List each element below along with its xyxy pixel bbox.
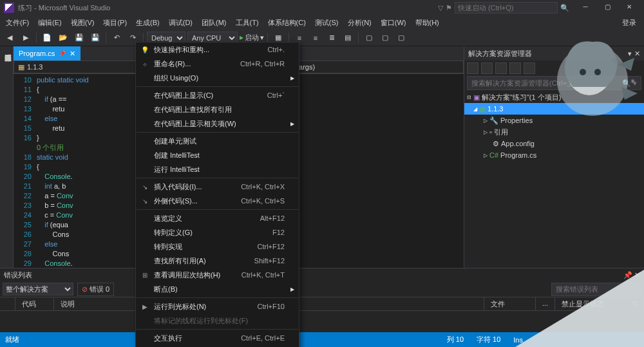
sign-in-button[interactable]: 登录 <box>616 16 643 30</box>
notification-icon[interactable]: ▽ <box>438 4 443 12</box>
context-item[interactable]: 组织 Using(O)▶ <box>136 71 299 85</box>
col-suppress[interactable]: 禁止显示状态 <box>555 297 626 310</box>
errors-filter[interactable]: ⊘错误 0 <box>77 283 114 296</box>
server-explorer-tab[interactable]: 服务器资源管理器 <box>0 46 14 285</box>
status-char: 字符 10 <box>477 335 500 344</box>
toolbar-btn[interactable]: ≣ <box>325 31 339 45</box>
toolbar-btn[interactable]: ≡ <box>308 31 323 45</box>
back-button[interactable]: ◀ <box>3 31 17 45</box>
close-icon[interactable]: ✕ <box>634 271 640 279</box>
context-item[interactable]: 查找所有引用(A)Shift+F12 <box>136 254 299 268</box>
context-item[interactable]: 在代码图上查找所有引用 <box>136 102 299 117</box>
status-ready: 就绪 <box>5 335 19 344</box>
solution-search-input[interactable]: 搜索解决方案资源管理器(Ctrl+;)🔍 ▾ <box>467 76 641 90</box>
new-file-button[interactable]: 📄 <box>40 31 54 45</box>
search-icon[interactable]: 🔍 <box>560 4 569 12</box>
tree-node[interactable]: ⚙App.config <box>464 138 644 149</box>
tab-label: Program.cs <box>19 50 55 57</box>
menu-edit[interactable]: 编辑(E) <box>33 16 66 30</box>
file-tab[interactable]: Program.cs 📌 ✕ <box>14 46 80 61</box>
pin-icon[interactable]: 📌 <box>59 50 66 57</box>
menu-help[interactable]: 帮助(H) <box>411 16 444 30</box>
tree-node[interactable]: ▷▫引用 <box>464 126 644 138</box>
close-tab-icon[interactable]: ✕ <box>70 50 75 58</box>
menu-team[interactable]: 团队(M) <box>197 16 231 30</box>
home-icon[interactable] <box>467 62 478 74</box>
context-item[interactable]: 在代码图上显示(C)Ctrl+` <box>136 88 299 102</box>
quick-launch-input[interactable]: 快速启动 (Ctrl+Q) <box>455 2 558 14</box>
forward-button[interactable]: ▶ <box>19 31 33 45</box>
context-menu[interactable]: 💡快速操作和重构...Ctrl+.⟐重命名(R)...Ctrl+R, Ctrl+… <box>135 42 299 347</box>
context-item[interactable]: ⟐重命名(R)...Ctrl+R, Ctrl+R <box>136 57 299 71</box>
close-panel-icon[interactable]: ✕ <box>634 50 640 58</box>
col-file[interactable]: 文件 <box>484 297 536 310</box>
error-search-input[interactable]: 搜索错误列表 <box>551 283 641 296</box>
title-bar: 练习 - Microsoft Visual Studio ▽ ⚑ 快速启动 (C… <box>0 0 644 15</box>
menu-build[interactable]: 生成(B) <box>131 16 164 30</box>
project-node[interactable]: ◢▦1.1.3 <box>464 103 644 115</box>
vs-logo-icon <box>4 3 14 13</box>
menu-analyze[interactable]: 分析(N) <box>343 16 376 30</box>
save-button[interactable]: 💾 <box>72 31 86 45</box>
line-gutter: 10111213141516 1819202122232425262728293… <box>14 74 37 274</box>
context-item[interactable]: 在代码图上显示相关项(W)▶ <box>136 117 299 131</box>
context-item[interactable]: 运行 IntelliTest <box>136 162 299 176</box>
col-icon[interactable] <box>0 297 15 310</box>
menu-window[interactable]: 窗口(W) <box>376 16 411 30</box>
solution-explorer: 解决方案资源管理器 ▾✕ 搜索解决方案资源管理器(Ctrl+;)🔍 ▾ ⊟▣解决… <box>464 46 644 285</box>
context-item[interactable]: ↘插入代码段(I)...Ctrl+K, Ctrl+X <box>136 180 299 194</box>
error-list-panel: 错误列表 📌 ✕ 整个解决方案 ⊘错误 0 搜索错误列表 代码 说明 文件 ..… <box>0 268 644 332</box>
toolbar-btn[interactable]: ▢ <box>378 31 392 45</box>
toolbar-btn[interactable]: ▢ <box>394 31 408 45</box>
flag-icon[interactable]: ⚑ <box>446 4 452 12</box>
context-item[interactable]: 💡快速操作和重构...Ctrl+. <box>136 42 299 57</box>
context-item[interactable]: 创建 IntelliTest <box>136 148 299 162</box>
minimize-button[interactable]: ─ <box>574 0 596 15</box>
solution-tree[interactable]: ⊟▣解决方案"练习"(1 个项目) ◢▦1.1.3 ▷🔧Properties ▷… <box>464 90 644 285</box>
menu-file[interactable]: 文件(F) <box>1 16 33 30</box>
solution-toolbar <box>464 61 644 76</box>
tree-node[interactable]: ▷🔧Properties <box>464 115 644 126</box>
menu-debug[interactable]: 调试(D) <box>164 16 197 30</box>
undo-button[interactable]: ↶ <box>109 31 124 45</box>
toolbar-btn[interactable]: ▢ <box>362 31 376 45</box>
panel-menu-icon[interactable]: ▾ <box>628 50 632 58</box>
close-button[interactable]: ✕ <box>618 0 640 15</box>
context-item[interactable]: ↘外侧代码(S)...Ctrl+K, Ctrl+S <box>136 194 299 208</box>
error-columns: 代码 说明 文件 ... 禁止显示状态 ▽ <box>0 297 644 311</box>
solution-root[interactable]: ⊟▣解决方案"练习"(1 个项目) <box>464 91 644 103</box>
properties-icon[interactable] <box>524 62 535 74</box>
col-sep: ... <box>536 297 555 310</box>
context-item[interactable]: 断点(B)▶ <box>136 282 299 296</box>
context-item[interactable]: 转到定义(G)F12 <box>136 225 299 239</box>
refresh-icon[interactable] <box>481 62 493 74</box>
menu-tools[interactable]: 工具(T) <box>231 16 263 30</box>
window-title: 练习 - Microsoft Visual Studio <box>18 3 438 13</box>
show-all-icon[interactable] <box>509 62 521 74</box>
start-button[interactable]: 启动 ▾ <box>240 33 264 42</box>
menu-view[interactable]: 视图(V) <box>66 16 99 30</box>
menu-test[interactable]: 测试(S) <box>310 16 343 30</box>
maximize-button[interactable]: ▢ <box>596 0 618 15</box>
context-item[interactable]: ⊞查看调用层次结构(H)Ctrl+K, Ctrl+T <box>136 268 299 282</box>
collapse-icon[interactable] <box>495 62 507 74</box>
context-item[interactable]: 速览定义Alt+F12 <box>136 211 299 225</box>
status-ins: Ins <box>513 336 523 344</box>
context-item[interactable]: 创建单元测试 <box>136 134 299 148</box>
context-item[interactable]: 将标记的线程运行到光标处(F) <box>136 314 299 328</box>
col-code[interactable]: 代码 <box>15 297 54 310</box>
error-list-title: 错误列表 <box>4 270 32 280</box>
scope-select[interactable]: 整个解决方案 <box>3 283 73 295</box>
filter-icon[interactable]: ▽ <box>626 297 644 310</box>
tree-node[interactable]: ▷C#Program.cs <box>464 149 644 161</box>
context-item[interactable]: 转到实现Ctrl+F12 <box>136 239 299 254</box>
toolbar-btn[interactable]: ▤ <box>341 31 355 45</box>
status-bar: 就绪 列 10 字符 10 Ins <box>0 332 644 347</box>
pin-icon[interactable]: 📌 <box>623 271 632 279</box>
menu-project[interactable]: 项目(P) <box>99 16 131 30</box>
menu-architecture[interactable]: 体系结构(C) <box>263 16 310 30</box>
context-item[interactable]: 交互执行Ctrl+E, Ctrl+E <box>136 331 299 345</box>
context-item[interactable]: ▶运行到光标处(N)Ctrl+F10 <box>136 299 299 314</box>
open-button[interactable]: 📂 <box>56 31 70 45</box>
save-all-button[interactable]: 💾 <box>88 31 102 45</box>
